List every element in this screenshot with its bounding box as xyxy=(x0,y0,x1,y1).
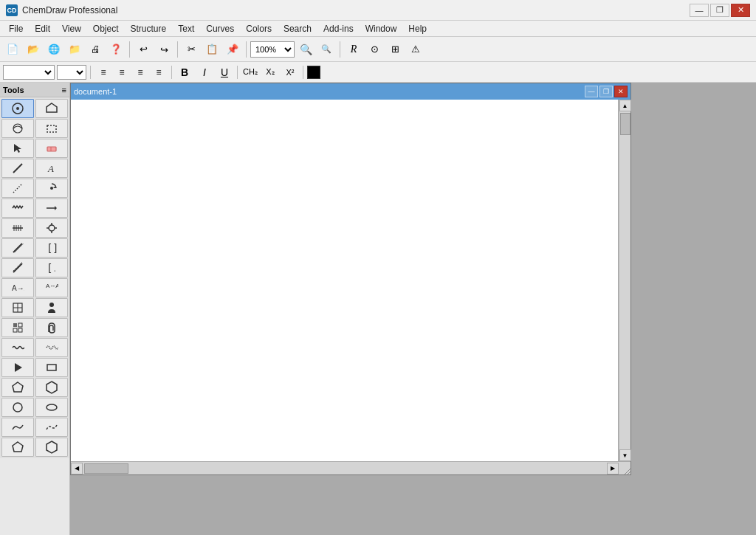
redo-button[interactable]: ↩ xyxy=(154,40,173,59)
table-tool[interactable] xyxy=(1,298,34,317)
menu-item-edit[interactable]: Edit xyxy=(29,21,56,36)
lasso-tool[interactable] xyxy=(35,99,68,118)
play-tool[interactable] xyxy=(1,358,34,377)
bold-button[interactable]: B xyxy=(176,64,193,80)
superscript-button[interactable]: X² xyxy=(281,64,299,80)
spin-tool[interactable] xyxy=(35,179,68,198)
doc-restore-button[interactable]: ❐ xyxy=(599,86,613,97)
scroll-right-button[interactable]: ▶ xyxy=(607,463,619,474)
horizontal-scrollbar: ◀ ▶ xyxy=(71,463,619,474)
menu-item-window[interactable]: Window xyxy=(360,21,403,36)
zoom-select[interactable]: 100% 50% 75% 150% 200% xyxy=(250,41,295,58)
wave2-tool[interactable] xyxy=(35,338,68,357)
menu-item-help[interactable]: Help xyxy=(402,21,433,36)
node-tool[interactable] xyxy=(35,218,68,238)
text-tool[interactable]: A xyxy=(35,159,68,178)
underline-button[interactable]: U xyxy=(216,64,233,80)
tools-collapse-icon[interactable]: ≡ xyxy=(62,86,66,94)
cut-button[interactable]: ✂ xyxy=(182,40,201,59)
bond-tool-button[interactable]: ⊞ xyxy=(385,40,405,59)
diagonal-bond-tool[interactable] xyxy=(1,238,34,258)
menu-item-file[interactable]: File xyxy=(3,21,29,36)
scroll-down-button[interactable]: ▼ xyxy=(619,449,631,461)
print-button[interactable]: 🖨 xyxy=(86,40,105,59)
bond-wedge-tool[interactable] xyxy=(1,258,34,277)
scroll-left-button[interactable]: ◀ xyxy=(71,463,83,474)
squiggle1-tool[interactable] xyxy=(1,418,34,437)
font-select[interactable] xyxy=(3,65,55,80)
zoom-in-button[interactable]: 🔍 xyxy=(296,40,315,59)
menu-item-search[interactable]: Search xyxy=(278,21,317,36)
erase-tool[interactable] xyxy=(35,139,68,158)
rect-marquee-tool[interactable] xyxy=(35,119,68,138)
pentagon-outline-tool[interactable] xyxy=(1,438,34,457)
color-picker[interactable] xyxy=(307,66,320,79)
fmt-sep-1 xyxy=(90,66,91,79)
doc-minimize-button[interactable]: — xyxy=(585,86,598,97)
svg-marker-44 xyxy=(47,382,57,393)
subscript-button[interactable]: X₂ xyxy=(261,64,279,80)
ch2-button[interactable]: CH₂ xyxy=(241,64,259,80)
align-center-button[interactable]: ≡ xyxy=(113,64,131,80)
open2-button[interactable]: 📁 xyxy=(65,40,84,59)
hexagon-outline-tool[interactable] xyxy=(35,438,68,457)
copy-button[interactable]: 📋 xyxy=(202,40,221,59)
dotted-line-tool[interactable] xyxy=(1,179,34,198)
menu-item-structure[interactable]: Structure xyxy=(125,21,173,36)
maximize-button[interactable]: ❐ xyxy=(710,4,729,17)
menu-item-text[interactable]: Text xyxy=(172,21,200,36)
undo-button[interactable]: ↩ xyxy=(134,40,153,59)
svg-line-27 xyxy=(13,263,22,272)
ellipse-tool[interactable] xyxy=(35,398,68,417)
menu-item-add-ins[interactable]: Add-ins xyxy=(317,21,360,36)
doc-close-button[interactable]: ✕ xyxy=(614,86,628,97)
arrow-select-tool[interactable] xyxy=(1,139,34,158)
chemdraw-online-button[interactable]: 🌐 xyxy=(44,40,63,59)
hexagon-tool[interactable] xyxy=(35,378,68,397)
bracket2-tool[interactable]: [. xyxy=(35,258,68,277)
italic-button[interactable]: I xyxy=(196,64,213,80)
new-button[interactable]: 📄 xyxy=(3,40,22,59)
resize-corner[interactable] xyxy=(619,463,630,474)
align-right-button[interactable]: ≡ xyxy=(131,64,149,80)
rotate3d-tool[interactable] xyxy=(1,119,34,138)
zoom-out-button[interactable]: 🔍 xyxy=(317,40,336,59)
attach-tool[interactable] xyxy=(35,318,68,337)
close-button[interactable]: ✕ xyxy=(731,4,750,17)
orbit-tool[interactable] xyxy=(1,99,34,118)
dash-wavy-tool[interactable] xyxy=(1,199,34,218)
scroll-up-button[interactable]: ▲ xyxy=(619,100,631,111)
line-tool[interactable] xyxy=(1,159,34,178)
lasso-tool-button[interactable]: ⊙ xyxy=(365,40,384,59)
title-text: ChemDraw Professional xyxy=(22,5,117,15)
atom-label-tool[interactable]: A→A xyxy=(1,278,34,297)
document-window: document-1 — ❐ ✕ ▲ ▼ xyxy=(70,83,631,475)
menu-item-curves[interactable]: Curves xyxy=(200,21,240,36)
scroll-thumb-v[interactable] xyxy=(620,113,630,135)
person-tool[interactable] xyxy=(35,298,68,317)
align-justify-button[interactable]: ≡ xyxy=(150,64,168,80)
help-button[interactable]: ❓ xyxy=(106,40,126,59)
font-size-select[interactable] xyxy=(57,65,86,80)
bracket-tool[interactable]: [] xyxy=(35,238,68,258)
scroll-thumb-h[interactable] xyxy=(84,463,128,474)
document-canvas[interactable] xyxy=(71,100,619,461)
rect-tool[interactable] xyxy=(35,358,68,377)
resize-label-tool[interactable]: A↔A xyxy=(35,278,68,297)
arrow-tool[interactable] xyxy=(35,199,68,218)
warning-button[interactable]: ⚠ xyxy=(406,40,425,59)
open-button[interactable]: 📂 xyxy=(24,40,43,59)
grid-tool[interactable] xyxy=(1,318,34,337)
wave-tool[interactable] xyxy=(1,338,34,357)
hatch-tool[interactable] xyxy=(1,218,34,238)
align-left-button[interactable]: ≡ xyxy=(94,64,112,80)
select-tool-button[interactable]: R xyxy=(344,40,363,59)
paste-button[interactable]: 📌 xyxy=(223,40,242,59)
menu-item-view[interactable]: View xyxy=(56,21,87,36)
pentagon-tool[interactable] xyxy=(1,378,34,397)
menu-item-object[interactable]: Object xyxy=(87,21,125,36)
circle-tool[interactable] xyxy=(1,398,34,417)
squiggle2-tool[interactable] xyxy=(35,418,68,437)
menu-item-colors[interactable]: Colors xyxy=(240,21,278,36)
minimize-button[interactable]: — xyxy=(690,4,709,17)
